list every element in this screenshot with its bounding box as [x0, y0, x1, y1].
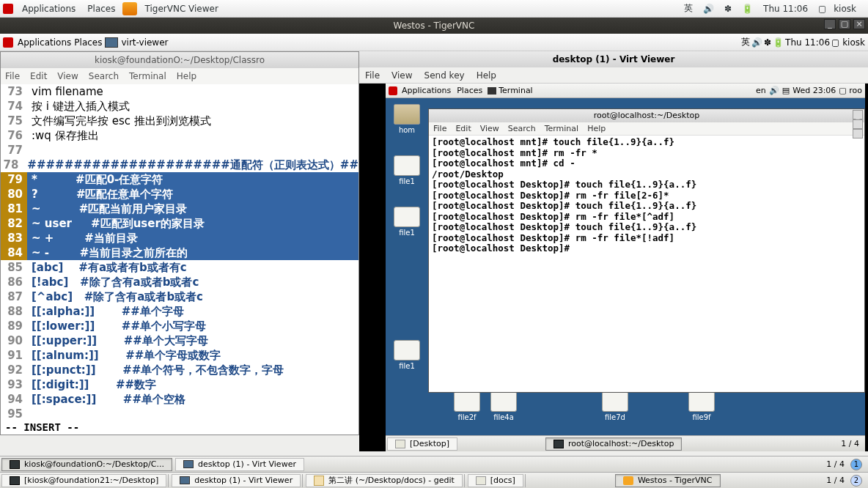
menu-file[interactable]: File — [5, 71, 20, 81]
ime-indicator[interactable]: 英 — [680, 2, 697, 15]
vm-taskbar: [Desktop] root@localhost:~/Desktop 1 / 4 — [386, 435, 865, 451]
gnome-terminal-window[interactable]: root@localhost:~/Desktop _ ▢ × File Edit… — [428, 108, 865, 393]
host-taskbar: [kiosk@foundation21:~/Desktop] desktop (… — [0, 472, 868, 488]
places-menu[interactable]: Places — [74, 37, 102, 48]
minimize-button[interactable]: _ — [853, 110, 863, 119]
remote-taskbar: kiosk@foundationO:~/Desktop/C... desktop… — [0, 456, 868, 472]
ime-indicator[interactable]: 英 — [741, 36, 750, 48]
taskbar-item[interactable]: desktop (1) - Virt Viewer — [172, 474, 301, 487]
editor-area[interactable]: 73vim filename74按 i 键进入插入模式75文件编写完毕按 esc… — [1, 84, 358, 421]
menu-view[interactable]: View — [391, 70, 412, 81]
workspace-indicator[interactable]: 1 / 4 — [826, 476, 845, 485]
menu-search[interactable]: Search — [89, 71, 119, 81]
file-icon[interactable]: file2f — [452, 391, 482, 421]
file-icon[interactable]: file4a — [488, 391, 519, 421]
menu-help[interactable]: Help — [477, 70, 496, 81]
tigervnc-icon — [623, 476, 633, 485]
clock[interactable]: Thu 11:06 — [759, 4, 812, 14]
applications-menu[interactable]: Applications — [18, 37, 71, 48]
places-menu[interactable]: Places — [83, 4, 119, 14]
volume-icon[interactable]: 🔊 — [699, 4, 718, 14]
gnome-logo-icon — [3, 4, 13, 14]
menu-file[interactable]: File — [433, 124, 446, 133]
taskbar-item[interactable]: 第二讲 (~/Desktop/docs) - gedit — [306, 474, 463, 487]
terminal-icon — [553, 440, 564, 448]
workspace-switcher-icon[interactable]: 2 — [850, 475, 862, 487]
taskbar-item[interactable]: Westos - TigerVNC — [615, 474, 721, 487]
active-app-label: TigerVNC Viewer — [140, 4, 222, 14]
user-menu[interactable]: ▢ kiosk — [814, 4, 865, 14]
file-icon[interactable]: file1 — [391, 207, 422, 237]
virt-viewer-titlebar[interactable]: desktop (1) - Virt Viewer — [359, 51, 868, 67]
battery-icon[interactable]: 🔋 — [738, 4, 757, 14]
terminal-output[interactable]: [root@localhost mnt]# touch file{1..9}{a… — [429, 136, 864, 392]
file-icon[interactable]: file7d — [600, 391, 630, 421]
workspace-1-icon[interactable]: 1 — [850, 459, 862, 470]
menu-view[interactable]: View — [480, 124, 499, 133]
taskbar-item[interactable]: kiosk@foundationO:~/Desktop/C... — [1, 458, 172, 471]
file-icon[interactable]: file1 — [391, 155, 422, 185]
host-top-panel: Applications Places TigerVNC Viewer 英 🔊 … — [0, 0, 868, 18]
bluetooth-icon[interactable]: ✽ — [764, 37, 771, 48]
virt-viewer-icon — [183, 460, 194, 468]
terminal-titlebar[interactable]: root@localhost:~/Desktop _ ▢ × — [429, 109, 864, 122]
volume-icon[interactable]: 🔊 — [751, 37, 762, 48]
gedit-window[interactable]: kiosk@foundationO:~/Desktop/Classro File… — [0, 51, 359, 435]
gedit-menubar: File Edit View Search Terminal Help — [1, 68, 358, 84]
workspace-indicator[interactable]: 1 / 4 — [826, 459, 845, 469]
battery-icon[interactable]: 🔋 — [773, 37, 784, 48]
menu-edit[interactable]: Edit — [455, 124, 471, 133]
bluetooth-icon[interactable]: ✽ — [720, 4, 736, 14]
home-folder-icon[interactable]: hom — [391, 104, 422, 134]
minimize-button[interactable]: _ — [824, 19, 836, 29]
menu-help[interactable]: Help — [177, 71, 196, 81]
gedit-titlebar[interactable]: kiosk@foundationO:~/Desktop/Classro — [1, 52, 358, 68]
vnc-window-titlebar[interactable]: Westos - TigerVNC _ ▢ × — [0, 18, 868, 34]
file-icon[interactable]: file1 — [391, 340, 422, 370]
file-icon[interactable]: file9f — [686, 391, 717, 421]
gedit-icon — [314, 476, 324, 486]
taskbar-item-terminal[interactable]: root@localhost:~/Desktop — [545, 437, 682, 451]
maximize-button[interactable]: ▢ — [853, 119, 863, 129]
nested-vm-desktop[interactable]: Applications Places Terminal en 🔊 ▤ Wed … — [386, 84, 865, 451]
menu-help[interactable]: Help — [587, 124, 606, 133]
maximize-button[interactable]: ▢ — [839, 19, 850, 29]
close-button[interactable]: × — [853, 129, 863, 138]
menu-file[interactable]: File — [365, 70, 380, 81]
virt-viewer-icon — [180, 476, 190, 484]
vnc-window-title: Westos - TigerVNC — [394, 21, 475, 31]
workspace-indicator[interactable]: 1 / 4 — [841, 439, 859, 448]
virt-viewer-menubar: File View Send key Help — [359, 67, 868, 84]
applications-menu[interactable]: Applications — [18, 4, 80, 14]
menu-search[interactable]: Search — [508, 124, 536, 133]
terminal-menubar: File Edit View Search Terminal Help — [429, 122, 864, 136]
menu-terminal[interactable]: Terminal — [545, 124, 579, 133]
taskbar-item[interactable]: desktop (1) - Virt Viewer — [175, 458, 304, 471]
gnome-logo-icon — [3, 37, 13, 48]
tigervnc-icon — [122, 2, 137, 15]
vim-status-line: -- INSERT -- — [1, 421, 358, 435]
terminal-icon — [10, 476, 20, 485]
remote-top-panel: Applications Places virt-viewer 英 🔊 ✽ 🔋 … — [0, 34, 868, 51]
folder-icon — [395, 440, 405, 448]
menu-edit[interactable]: Edit — [30, 71, 47, 81]
virt-viewer-window[interactable]: desktop (1) - Virt Viewer File View Send… — [359, 51, 868, 451]
user-menu[interactable]: ▢ kiosk — [831, 37, 865, 48]
menu-view[interactable]: View — [57, 71, 78, 81]
clock[interactable]: Thu 11:06 — [785, 37, 830, 48]
folder-icon — [476, 476, 486, 485]
taskbar-item[interactable]: [docs] — [468, 474, 523, 487]
virt-viewer-icon — [105, 37, 118, 48]
menu-sendkey[interactable]: Send key — [424, 70, 465, 81]
close-button[interactable]: × — [853, 19, 865, 29]
terminal-icon — [10, 460, 20, 469]
active-app-label: virt-viewer — [121, 37, 168, 48]
taskbar-item[interactable]: [kiosk@foundation21:~/Desktop] — [1, 474, 166, 487]
menu-terminal[interactable]: Terminal — [129, 71, 166, 81]
taskbar-item-desktop[interactable]: [Desktop] — [387, 437, 457, 451]
